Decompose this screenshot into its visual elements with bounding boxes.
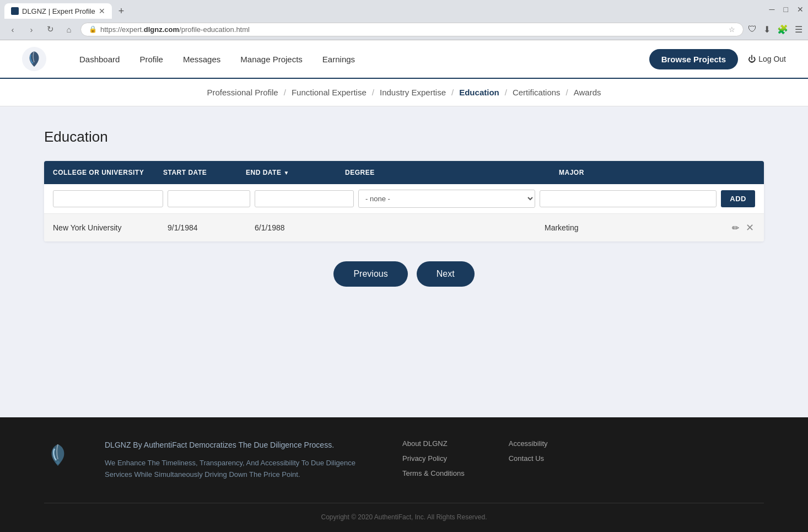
page-title: Education	[44, 128, 764, 146]
footer-links-col2: Accessibility Contact Us	[509, 439, 548, 481]
breadcrumb-industry-expertise[interactable]: Industry Expertise	[380, 88, 446, 97]
address-bar[interactable]: 🔒 https://expert.dlgnz.com/profile-educa…	[80, 23, 744, 36]
extensions-icon[interactable]: 🧩	[777, 24, 788, 35]
home-button[interactable]: ⌂	[62, 22, 76, 36]
add-button[interactable]: ADD	[721, 190, 755, 207]
education-card: COLLEGE OR UNIVERSITY START DATE END DAT…	[44, 161, 764, 241]
footer-links: About DLGNZ Privacy Policy Terms & Condi…	[402, 439, 548, 481]
nav-dashboard[interactable]: Dashboard	[79, 55, 120, 64]
url-domain: dlgnz.com	[144, 25, 179, 34]
url-prefix: https://expert.	[100, 25, 144, 34]
footer-link-about[interactable]: About DLGNZ	[402, 439, 465, 448]
table-row: New York University 9/1/1984 6/1/1988 Ma…	[44, 214, 764, 241]
breadcrumb-sep-4: /	[505, 88, 507, 97]
major-input[interactable]	[540, 190, 717, 207]
window-controls: ─ □ ✕	[769, 5, 804, 17]
svg-point-1	[56, 461, 60, 464]
nav-profile[interactable]: Profile	[139, 55, 163, 64]
app-wrapper: Dashboard Profile Messages Manage Projec…	[0, 40, 808, 532]
close-window-button[interactable]: ✕	[797, 5, 804, 14]
download-icon[interactable]: ⬇	[763, 24, 771, 35]
edit-row-button[interactable]: ✏	[731, 222, 740, 234]
row-college: New York University	[53, 223, 163, 232]
footer-link-contact[interactable]: Contact Us	[509, 454, 548, 463]
breadcrumb-bar: Professional Profile / Functional Expert…	[0, 79, 808, 106]
row-end-date: 6/1/1988	[255, 223, 354, 232]
th-major: MAJOR	[550, 161, 764, 184]
url-path: /profile-education.html	[179, 25, 250, 34]
copyright-text: Copyright © 2020 AuthentiFact, Inc. All …	[321, 513, 487, 521]
active-tab[interactable]: DLGNZ | Expert Profile ✕	[4, 3, 112, 19]
tab-bar: DLGNZ | Expert Profile ✕ + ─ □ ✕	[0, 0, 808, 19]
breadcrumb-functional-expertise[interactable]: Functional Expertise	[292, 88, 367, 97]
th-college: COLLEGE OR UNIVERSITY	[44, 161, 154, 184]
breadcrumb-sep-5: /	[566, 88, 568, 97]
header-actions: Browse Projects ⏻ Log Out	[649, 49, 786, 69]
back-button[interactable]: ‹	[6, 22, 20, 36]
table-header: COLLEGE OR UNIVERSITY START DATE END DAT…	[44, 161, 764, 184]
row-start-date: 9/1/1984	[168, 223, 250, 232]
maximize-button[interactable]: □	[784, 5, 788, 14]
main-content: Education COLLEGE OR UNIVERSITY START DA…	[0, 106, 808, 417]
footer-main: DLGNZ By AuthentiFact Democratizes The D…	[44, 439, 764, 481]
url-display: https://expert.dlgnz.com/profile-educati…	[100, 25, 250, 34]
app-logo[interactable]	[22, 47, 46, 71]
degree-select[interactable]: - none - Bachelor's Master's PhD Associa…	[358, 190, 535, 208]
footer-text: DLGNZ By AuthentiFact Democratizes The D…	[105, 439, 369, 481]
logout-button[interactable]: ⏻ Log Out	[748, 55, 786, 63]
th-start-date: START DATE	[154, 161, 237, 184]
power-icon: ⏻	[748, 55, 756, 63]
menu-icon[interactable]: ☰	[795, 24, 802, 35]
start-date-input[interactable]	[168, 190, 250, 207]
footer-logo	[44, 439, 72, 481]
browser-toolbar-icons: 🛡 ⬇ 🧩 ☰	[748, 24, 802, 35]
footer-tagline: DLGNZ By AuthentiFact Democratizes The D…	[105, 439, 369, 451]
education-form-row: - none - Bachelor's Master's PhD Associa…	[44, 184, 764, 214]
tab-favicon	[11, 7, 19, 15]
row-actions: ✏ ✕	[731, 221, 755, 235]
browser-chrome: DLGNZ | Expert Profile ✕ + ─ □ ✕ ‹ › ↻ ⌂…	[0, 0, 808, 40]
th-end-date: END DATE ▼	[237, 161, 336, 184]
footer-links-col1: About DLGNZ Privacy Policy Terms & Condi…	[402, 439, 465, 481]
college-input[interactable]	[53, 190, 163, 207]
next-button[interactable]: Next	[417, 261, 475, 287]
app-footer: DLGNZ By AuthentiFact Democratizes The D…	[0, 417, 808, 532]
sort-arrow-icon[interactable]: ▼	[283, 170, 289, 176]
end-date-input[interactable]	[255, 190, 354, 207]
previous-button[interactable]: Previous	[333, 261, 407, 287]
tab-close-button[interactable]: ✕	[99, 7, 105, 15]
nav-earnings[interactable]: Earnings	[322, 55, 355, 64]
refresh-button[interactable]: ↻	[43, 22, 57, 36]
browser-toolbar: ‹ › ↻ ⌂ 🔒 https://expert.dlgnz.com/profi…	[0, 19, 808, 40]
breadcrumb-sep-3: /	[451, 88, 454, 97]
delete-row-button[interactable]: ✕	[745, 221, 755, 235]
footer-bottom: Copyright © 2020 AuthentiFact, Inc. All …	[44, 503, 764, 521]
new-tab-button[interactable]: +	[115, 6, 128, 17]
breadcrumb-certifications[interactable]: Certifications	[513, 88, 561, 97]
forward-button[interactable]: ›	[24, 22, 39, 36]
footer-description: We Enhance The Timeliness, Transparency,…	[105, 458, 369, 481]
breadcrumb-education[interactable]: Education	[459, 88, 499, 97]
breadcrumb-sep-2: /	[372, 88, 374, 97]
footer-link-accessibility[interactable]: Accessibility	[509, 439, 548, 448]
nav-messages[interactable]: Messages	[183, 55, 220, 64]
nav-buttons: Previous Next	[44, 261, 764, 287]
app-nav: Dashboard Profile Messages Manage Projec…	[79, 55, 649, 64]
breadcrumb: Professional Profile / Functional Expert…	[207, 88, 601, 97]
footer-link-privacy[interactable]: Privacy Policy	[402, 454, 465, 463]
breadcrumb-awards[interactable]: Awards	[574, 88, 601, 97]
footer-link-terms[interactable]: Terms & Conditions	[402, 469, 465, 477]
breadcrumb-professional-profile[interactable]: Professional Profile	[207, 88, 278, 97]
breadcrumb-sep-1: /	[284, 88, 286, 97]
th-degree: DEGREE	[336, 161, 550, 184]
th-end-date-label: END DATE	[246, 169, 281, 176]
browse-projects-button[interactable]: Browse Projects	[649, 49, 739, 69]
row-major: Marketing	[545, 223, 726, 232]
shield-icon: 🛡	[748, 24, 757, 35]
logout-label: Log Out	[758, 55, 786, 63]
minimize-button[interactable]: ─	[769, 5, 775, 14]
app-header: Dashboard Profile Messages Manage Projec…	[0, 40, 808, 79]
nav-manage-projects[interactable]: Manage Projects	[240, 55, 303, 64]
tab-title: DLGNZ | Expert Profile	[22, 7, 95, 15]
